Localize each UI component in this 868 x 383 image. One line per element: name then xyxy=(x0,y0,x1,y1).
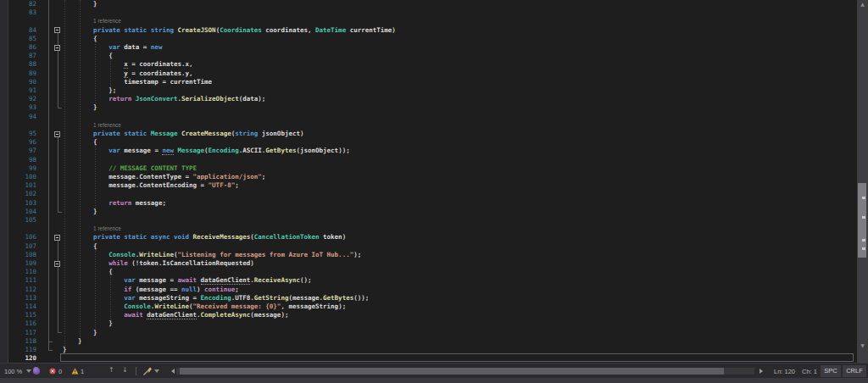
line-number: 95 xyxy=(8,130,36,138)
line-number: 114 xyxy=(8,303,36,311)
line-number: 96 xyxy=(8,138,36,147)
code-text[interactable]: } xyxy=(63,346,67,354)
warning-icon[interactable] xyxy=(71,368,79,375)
window-bottom-strip xyxy=(0,378,868,383)
line-number: 115 xyxy=(8,311,36,319)
codelens-references[interactable]: 1 reference xyxy=(93,122,121,128)
line-number: 112 xyxy=(8,286,36,294)
code-text[interactable]: { xyxy=(63,268,113,276)
vertical-scrollbar[interactable]: ▲ xyxy=(857,0,868,363)
code-text[interactable]: } xyxy=(63,103,97,112)
line-number: 101 xyxy=(8,181,36,190)
code-cleanup-dropdown-caret-icon[interactable] xyxy=(154,369,159,373)
code-text[interactable]: { xyxy=(63,52,113,60)
code-text[interactable]: timestamp = currentTime xyxy=(63,78,212,86)
line-number: 84 xyxy=(8,26,36,35)
code-text[interactable]: var messageString = Encoding.UTF8.GetStr… xyxy=(63,294,369,303)
line-number: 94 xyxy=(8,113,36,121)
horizontal-scrollbar-thumb[interactable] xyxy=(180,368,724,375)
code-text[interactable]: private static Message CreateMessage(str… xyxy=(63,130,303,138)
code-text[interactable]: await dataGenClient.CompleteAsync(messag… xyxy=(63,311,288,319)
space-indicator-button[interactable]: SPC xyxy=(821,365,841,377)
code-text[interactable]: Console.WriteLine("Received message: {0}… xyxy=(63,303,346,311)
code-text[interactable]: private static async void ReceiveMessage… xyxy=(63,233,346,241)
code-area[interactable]: 82 }831 reference84 private static strin… xyxy=(0,0,857,363)
scroll-up-icon[interactable]: ▲ xyxy=(857,1,868,7)
code-text[interactable]: message.ContentEncoding = "UTF-8"; xyxy=(63,181,239,190)
code-text[interactable]: } xyxy=(63,319,113,328)
scrollbar-annotation xyxy=(862,247,865,250)
scroll-left-icon[interactable] xyxy=(171,369,175,374)
line-number: 85 xyxy=(8,35,36,43)
codelens-references[interactable]: 1 reference xyxy=(93,225,121,231)
scrollbar-annotation xyxy=(862,216,865,219)
line-number: 92 xyxy=(8,95,36,103)
line-number: 108 xyxy=(8,251,36,259)
line-indicator: Ln: 120 xyxy=(774,368,795,375)
scroll-down-icon[interactable]: ▼ xyxy=(857,342,868,348)
line-number: 91 xyxy=(8,86,36,95)
code-text[interactable]: return message; xyxy=(63,199,166,208)
line-number: 100 xyxy=(8,173,36,181)
editor-status-bar: 100 % 0 1 ↑ ↓ Ln: 120 Ch: 1 SPC CRLF xyxy=(0,363,868,378)
scrollbar-annotation xyxy=(862,239,865,241)
code-text[interactable]: var data = new xyxy=(63,43,162,52)
line-number: 88 xyxy=(8,60,36,69)
code-text[interactable]: } xyxy=(63,0,97,8)
horizontal-scrollbar[interactable] xyxy=(176,368,754,375)
line-number: 102 xyxy=(8,190,36,198)
code-text[interactable]: }; xyxy=(63,86,116,95)
code-text[interactable]: { xyxy=(63,138,97,147)
code-text[interactable]: private static string CreateJSON(Coordin… xyxy=(63,26,396,35)
line-number: 119 xyxy=(8,346,36,354)
line-number: 120 xyxy=(8,354,36,363)
code-text[interactable]: Console.WriteLine("Listening for message… xyxy=(63,251,361,259)
line-number: 117 xyxy=(8,329,36,337)
line-number: 82 xyxy=(8,0,36,8)
line-number: 107 xyxy=(8,242,36,251)
line-number: 104 xyxy=(8,208,36,216)
line-number: 98 xyxy=(8,156,36,164)
code-text[interactable]: return JsonConvert.SerializeObject(data)… xyxy=(63,95,265,103)
code-text[interactable]: // MESSAGE CONTENT TYPE xyxy=(63,164,197,173)
codelens-references[interactable]: 1 reference xyxy=(93,18,121,24)
code-text[interactable]: while (!token.IsCancellationRequested) xyxy=(63,259,254,268)
next-issue-icon[interactable]: ↓ xyxy=(122,366,128,374)
zoom-level-select[interactable]: 100 % xyxy=(4,368,22,375)
code-text[interactable]: message.ContentType = "application/json"… xyxy=(63,173,265,181)
code-text[interactable]: } xyxy=(63,337,82,346)
warning-count[interactable]: 1 xyxy=(81,368,84,375)
line-number: 99 xyxy=(8,164,36,173)
error-count[interactable]: 0 xyxy=(58,368,62,375)
code-text[interactable]: if (message == null) continue; xyxy=(63,286,239,294)
line-number: 90 xyxy=(8,78,36,86)
code-text[interactable]: { xyxy=(63,242,97,251)
line-number: 110 xyxy=(8,268,36,276)
scroll-right-icon[interactable] xyxy=(760,369,763,374)
line-number: 103 xyxy=(8,199,36,208)
code-text[interactable]: } xyxy=(63,208,97,216)
vs-editor-window: 82 }831 reference84 private static strin… xyxy=(0,0,868,383)
line-number: 89 xyxy=(8,69,36,78)
code-text[interactable]: var message = new Message(Encoding.ASCII… xyxy=(63,147,350,155)
code-text[interactable]: x = coordinates.x, xyxy=(63,60,193,69)
line-number: 105 xyxy=(8,216,36,225)
code-cleanup-broom-icon[interactable] xyxy=(142,366,153,376)
line-number: 87 xyxy=(8,52,36,60)
line-number: 118 xyxy=(8,337,36,346)
code-text[interactable]: { xyxy=(63,35,97,43)
line-number: 109 xyxy=(8,259,36,268)
separator xyxy=(136,367,136,375)
line-ending-button[interactable]: CRLF xyxy=(843,365,866,377)
previous-issue-icon[interactable]: ↑ xyxy=(108,366,114,374)
zoom-dropdown-caret-icon[interactable] xyxy=(26,369,31,373)
health-indicator-icon[interactable] xyxy=(33,367,40,375)
code-text[interactable]: } xyxy=(63,329,97,337)
column-indicator: Ch: 1 xyxy=(802,368,817,375)
error-icon[interactable] xyxy=(49,368,56,375)
vertical-scrollbar-thumb[interactable] xyxy=(858,183,866,258)
code-text[interactable]: var message = await dataGenClient.Receiv… xyxy=(63,276,312,285)
line-number: 97 xyxy=(8,147,36,155)
code-text[interactable]: y = coordinates.y, xyxy=(63,69,193,78)
line-number: 106 xyxy=(8,233,36,241)
